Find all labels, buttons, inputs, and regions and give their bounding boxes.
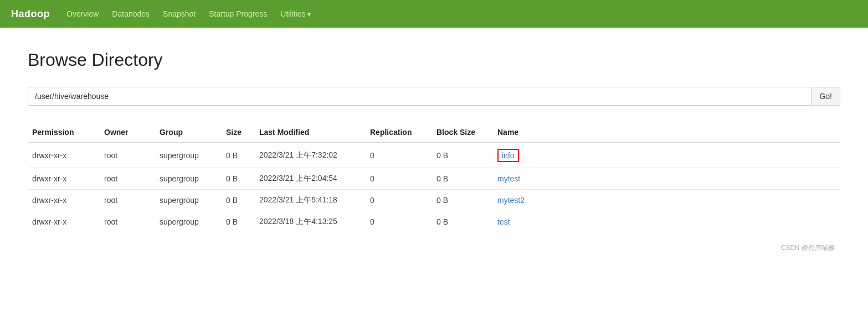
- cell-replication: 0: [366, 143, 432, 168]
- cell-size: 0 B: [222, 190, 255, 211]
- cell-group: supergroup: [155, 143, 222, 168]
- main-content: Browse Directory Go! Permission Owner Gr…: [0, 28, 868, 269]
- directory-table: Permission Owner Group Size Last Modifie…: [28, 122, 840, 232]
- cell-name: test: [493, 211, 840, 233]
- cell-group: supergroup: [155, 211, 222, 233]
- col-header-modified: Last Modified: [255, 122, 366, 143]
- cell-modified: 2022/3/18 上午4:13:25: [255, 211, 366, 233]
- nav-link-startup-progress[interactable]: Startup Progress: [209, 7, 267, 20]
- nav-link-utilities[interactable]: Utilities: [280, 7, 310, 20]
- cell-size: 0 B: [222, 211, 255, 233]
- cell-modified: 2022/3/21 上午5:41:18: [255, 190, 366, 211]
- cell-owner: root: [100, 190, 155, 211]
- path-search-bar: Go!: [28, 87, 840, 106]
- name-link[interactable]: mytest: [497, 174, 520, 183]
- cell-replication: 0: [366, 190, 432, 211]
- cell-group: supergroup: [155, 190, 222, 211]
- cell-blocksize: 0 B: [432, 168, 493, 190]
- cell-owner: root: [100, 168, 155, 190]
- cell-size: 0 B: [222, 143, 255, 168]
- cell-blocksize: 0 B: [432, 190, 493, 211]
- table-row: drwxr-xr-xrootsupergroup0 B2022/3/21 上午2…: [28, 168, 840, 190]
- col-header-replication: Replication: [366, 122, 432, 143]
- table-row: drwxr-xr-xrootsupergroup0 B2022/3/21 上午7…: [28, 143, 840, 168]
- col-header-group: Group: [155, 122, 222, 143]
- cell-permission: drwxr-xr-x: [28, 168, 100, 190]
- cell-owner: root: [100, 211, 155, 233]
- go-button[interactable]: Go!: [811, 87, 840, 105]
- col-header-blocksize: Block Size: [432, 122, 493, 143]
- cell-blocksize: 0 B: [432, 143, 493, 168]
- cell-permission: drwxr-xr-x: [28, 143, 100, 168]
- cell-group: supergroup: [155, 168, 222, 190]
- table-body: drwxr-xr-xrootsupergroup0 B2022/3/21 上午7…: [28, 143, 840, 232]
- table-row: drwxr-xr-xrootsupergroup0 B2022/3/18 上午4…: [28, 211, 840, 233]
- cell-modified: 2022/3/21 上午2:04:54: [255, 168, 366, 190]
- cell-name: info: [493, 143, 840, 168]
- col-header-owner: Owner: [100, 122, 155, 143]
- path-input[interactable]: [28, 87, 811, 105]
- name-link[interactable]: info: [497, 149, 519, 162]
- name-link[interactable]: mytest2: [497, 196, 525, 205]
- col-header-name: Name: [493, 122, 840, 143]
- nav-link-datanodes[interactable]: Datanodes: [112, 7, 150, 20]
- cell-permission: drwxr-xr-x: [28, 190, 100, 211]
- page-title: Browse Directory: [28, 50, 840, 70]
- navbar: Hadoop Overview Datanodes Snapshot Start…: [0, 0, 868, 28]
- name-link[interactable]: test: [497, 217, 510, 226]
- cell-owner: root: [100, 143, 155, 168]
- table-header: Permission Owner Group Size Last Modifie…: [28, 122, 840, 143]
- cell-modified: 2022/3/21 上午7:32:02: [255, 143, 366, 168]
- cell-name: mytest: [493, 168, 840, 190]
- cell-name: mytest2: [493, 190, 840, 211]
- cell-size: 0 B: [222, 168, 255, 190]
- table-row: drwxr-xr-xrootsupergroup0 B2022/3/21 上午5…: [28, 190, 840, 211]
- cell-blocksize: 0 B: [432, 211, 493, 233]
- cell-permission: drwxr-xr-x: [28, 211, 100, 233]
- nav-link-snapshot[interactable]: Snapshot: [163, 7, 196, 20]
- col-header-size: Size: [222, 122, 255, 143]
- watermark: CSDN @程序喵猴: [28, 243, 840, 253]
- col-header-permission: Permission: [28, 122, 100, 143]
- cell-replication: 0: [366, 168, 432, 190]
- brand-logo: Hadoop: [11, 8, 50, 20]
- nav-link-overview[interactable]: Overview: [66, 7, 99, 20]
- cell-replication: 0: [366, 211, 432, 233]
